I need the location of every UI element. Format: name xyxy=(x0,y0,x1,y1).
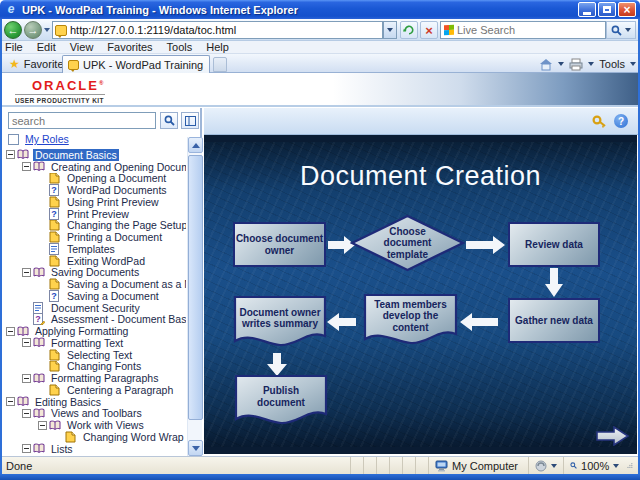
tree-item[interactable]: Document Basics xyxy=(2,149,186,161)
stop-button[interactable]: × xyxy=(420,21,438,39)
address-dropdown-button[interactable] xyxy=(383,21,397,39)
tree-item-label[interactable]: Saving Documents xyxy=(49,267,141,279)
scroll-up-button[interactable] xyxy=(188,137,203,153)
tree-item-label[interactable]: Changing Fonts xyxy=(65,361,143,373)
tree-item[interactable]: Selecting Text xyxy=(2,349,186,361)
tree-item[interactable]: Formatting Paragraphs xyxy=(2,372,186,384)
tree-item[interactable]: ?Saving a Document xyxy=(2,290,186,302)
tree-item-label[interactable]: WordPad Documents xyxy=(65,184,169,196)
tree-item[interactable]: Document Security xyxy=(2,302,186,314)
scroll-down-button[interactable] xyxy=(188,440,203,456)
tree-item-label[interactable]: Creating Bullet Lists xyxy=(65,455,162,456)
menu-item-edit[interactable]: Edit xyxy=(37,41,56,54)
tree-item-label[interactable]: Changing the Page Setup xyxy=(65,220,186,232)
tab-upk-wordpad-training[interactable]: UPK - WordPad Training xyxy=(62,55,210,73)
home-icon[interactable] xyxy=(539,58,553,71)
tree-item-label[interactable]: Printing a Document xyxy=(65,231,164,243)
menu-item-favorites[interactable]: Favorites xyxy=(107,41,152,54)
maximize-button[interactable] xyxy=(598,2,616,17)
forward-button[interactable]: → xyxy=(24,21,42,39)
back-button[interactable]: ← xyxy=(4,21,22,39)
menu-item-view[interactable]: View xyxy=(70,41,94,54)
help-icon[interactable]: ? xyxy=(614,114,628,128)
menu-item-file[interactable]: File xyxy=(5,41,23,54)
chevron-down-icon[interactable] xyxy=(588,62,594,66)
search-go-button[interactable] xyxy=(606,21,636,39)
tree-item[interactable]: Creating and Opening Documents xyxy=(2,161,186,173)
zoom-control[interactable]: 100% xyxy=(564,457,640,474)
menu-item-tools[interactable]: Tools xyxy=(167,41,193,54)
expander-minus-icon[interactable] xyxy=(38,421,47,430)
minimize-button[interactable] xyxy=(578,2,596,17)
tree-item-label[interactable]: Formatting Text xyxy=(49,337,125,349)
close-button[interactable]: × xyxy=(618,2,636,17)
expander-minus-icon[interactable] xyxy=(22,338,31,347)
chevron-down-icon[interactable] xyxy=(551,464,557,468)
tree-item-label[interactable]: Creating and Opening Documents xyxy=(49,161,186,173)
tree-item-label[interactable]: Templates xyxy=(65,243,117,255)
tree-item[interactable]: Formatting Text xyxy=(2,337,186,349)
tree-item[interactable]: Opening a Document xyxy=(2,173,186,185)
tree-item-label[interactable]: Print Preview xyxy=(65,208,131,220)
resize-grip[interactable] xyxy=(627,461,633,470)
tree-item-label[interactable]: Document Security xyxy=(49,302,142,314)
preferences-key-icon[interactable] xyxy=(592,114,607,128)
expander-minus-icon[interactable] xyxy=(6,397,15,406)
tree-item-label[interactable]: Lists xyxy=(49,443,75,455)
new-tab-stub[interactable] xyxy=(213,57,227,72)
tree-item-label[interactable]: Exiting WordPad xyxy=(65,255,147,267)
my-roles-link[interactable]: My Roles xyxy=(25,133,69,145)
expander-minus-icon[interactable] xyxy=(22,444,31,453)
chevron-down-icon[interactable] xyxy=(625,28,631,32)
tree-item-label[interactable]: Formatting Paragraphs xyxy=(49,372,160,384)
tree-item[interactable]: Using Print Preview xyxy=(2,196,186,208)
live-search-input[interactable] xyxy=(457,24,602,36)
next-slide-button[interactable] xyxy=(596,426,630,446)
tree-item[interactable]: Lists xyxy=(2,443,186,455)
address-bar[interactable] xyxy=(52,21,383,39)
tree-item[interactable]: Editing Basics xyxy=(2,396,186,408)
window-titlebar[interactable]: e UPK - WordPad Training - Windows Inter… xyxy=(0,0,640,19)
tree-item-label[interactable]: Document Basics xyxy=(33,149,119,161)
tree-item[interactable]: Applying Formatting xyxy=(2,325,186,337)
tree-item-label[interactable]: Assessment - Document Basics xyxy=(49,314,186,326)
search-button[interactable] xyxy=(160,112,178,129)
tree-item[interactable]: ?WordPad Documents xyxy=(2,184,186,196)
toc-toggle-button[interactable] xyxy=(181,112,199,129)
tree-item[interactable]: Printing a Document xyxy=(2,231,186,243)
address-input[interactable] xyxy=(70,24,380,36)
tree-item-label[interactable]: Centering a Paragraph xyxy=(65,384,175,396)
tree-item-label[interactable]: Changing Word Wrap Options xyxy=(81,431,186,443)
tree-item[interactable]: Changing Word Wrap Options xyxy=(2,431,186,443)
tree-item-label[interactable]: Editing Basics xyxy=(33,396,103,408)
expander-minus-icon[interactable] xyxy=(6,327,15,336)
tree-item[interactable]: Saving Documents xyxy=(2,267,186,279)
tree-item[interactable]: Exiting WordPad xyxy=(2,255,186,267)
expander-minus-icon[interactable] xyxy=(22,374,31,383)
tree-item[interactable]: Work with Views xyxy=(2,419,186,431)
live-search-box[interactable] xyxy=(440,21,606,39)
search-input[interactable] xyxy=(8,112,156,129)
history-dropdown-icon[interactable] xyxy=(44,28,50,32)
tree-item[interactable]: Views and Toolbars xyxy=(2,408,186,420)
chevron-down-icon[interactable] xyxy=(558,62,564,66)
scrollbar-thumb[interactable] xyxy=(188,155,203,420)
phishing-filter-button[interactable] xyxy=(529,457,564,474)
expander-minus-icon[interactable] xyxy=(22,162,31,171)
tree-item[interactable]: Changing the Page Setup xyxy=(2,220,186,232)
tree-item-label[interactable]: Applying Formatting xyxy=(33,325,130,337)
refresh-button[interactable] xyxy=(400,21,418,39)
tree-item[interactable]: ?Assessment - Document Basics xyxy=(2,314,186,326)
tree-item-label[interactable]: Opening a Document xyxy=(65,173,168,185)
tree-item-label[interactable]: Using Print Preview xyxy=(65,196,161,208)
tree-scrollbar[interactable] xyxy=(187,137,202,456)
tree-item-label[interactable]: Saving a Document as a New File xyxy=(65,278,186,290)
tree-item-label[interactable]: Selecting Text xyxy=(65,349,134,361)
my-roles-checkbox[interactable] xyxy=(8,134,19,145)
tree-item[interactable]: Creating Bullet Lists xyxy=(2,455,186,456)
expander-minus-icon[interactable] xyxy=(22,409,31,418)
tools-button[interactable]: Tools xyxy=(599,58,625,70)
expander-minus-icon[interactable] xyxy=(22,268,31,277)
print-icon[interactable] xyxy=(569,58,583,71)
tree-item[interactable]: ?Print Preview xyxy=(2,208,186,220)
